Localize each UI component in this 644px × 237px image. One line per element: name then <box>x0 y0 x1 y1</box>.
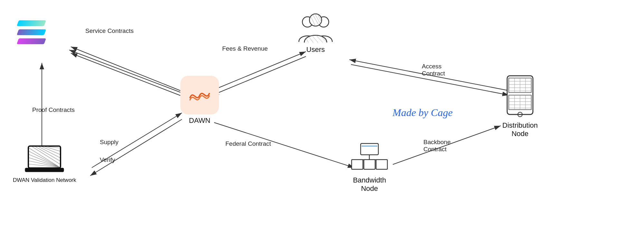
dawn-box <box>180 76 219 114</box>
svg-rect-48 <box>376 160 387 169</box>
users-icon <box>296 13 335 44</box>
diagram: DAWN <box>0 0 644 237</box>
proof-contracts-label: Proof Contracts <box>32 106 75 114</box>
dvn-label: DWAN Validation Network <box>13 177 76 183</box>
laptop-icon <box>24 143 65 176</box>
access-contract-label: AccessContract <box>422 63 445 77</box>
svg-line-7 <box>90 119 182 176</box>
service-contracts-label: Service Contracts <box>85 27 134 35</box>
sol-bar-mid <box>17 29 46 35</box>
dawn-node: DAWN <box>180 76 219 125</box>
svg-line-4 <box>71 47 184 92</box>
sol-bar-bot <box>17 38 46 44</box>
bandwidth-label: BandwidthNode <box>353 176 386 193</box>
bandwidth-node: BandwidthNode <box>351 142 388 193</box>
users-node: Users <box>296 13 335 54</box>
distribution-label: DistributionNode <box>502 121 538 138</box>
svg-rect-43 <box>361 143 378 155</box>
distribution-node: DistributionNode <box>502 74 538 138</box>
fees-revenue-label: Fees & Revenue <box>222 45 268 52</box>
svg-rect-42 <box>25 168 64 172</box>
svg-line-2 <box>69 50 184 94</box>
backbone-contract-label: BackboneContract <box>423 139 451 153</box>
dawn-wave-icon <box>188 86 211 104</box>
federal-contract-label: Federal Contract <box>225 140 271 147</box>
solana-node <box>18 19 47 45</box>
bandwidth-icon <box>351 142 388 174</box>
solana-logo <box>18 19 47 45</box>
users-label: Users <box>306 45 325 54</box>
verify-label: Verify <box>100 156 115 163</box>
svg-line-5 <box>71 53 184 97</box>
svg-rect-46 <box>352 160 363 169</box>
sol-bar-top <box>17 20 46 26</box>
watermark: Made by Cage <box>393 107 453 119</box>
svg-line-9 <box>213 56 306 95</box>
dawn-label: DAWN <box>189 116 210 125</box>
svg-line-8 <box>213 52 306 90</box>
svg-point-16 <box>309 14 322 26</box>
dist-icon <box>502 74 538 119</box>
dvn-node: DWAN Validation Network <box>13 143 76 183</box>
supply-label: Supply <box>100 139 118 146</box>
svg-rect-47 <box>364 160 375 169</box>
